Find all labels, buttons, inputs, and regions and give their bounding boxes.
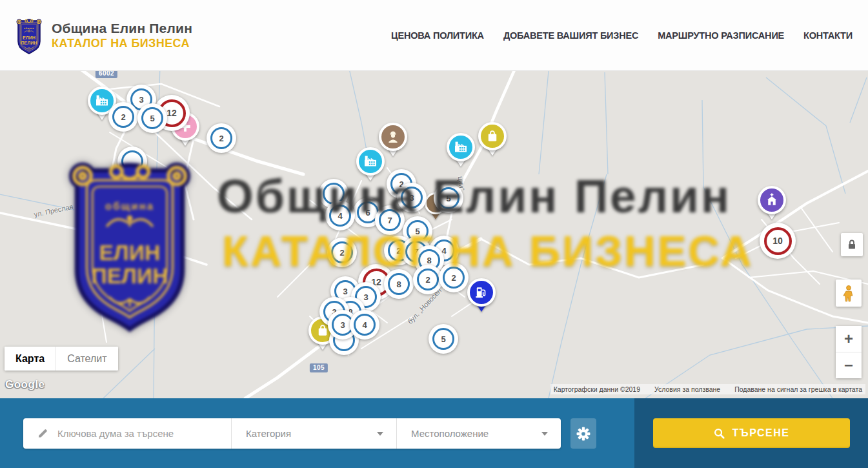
cluster-ring: 5 <box>438 187 459 209</box>
cluster-count: 2 <box>121 112 125 122</box>
cluster-ring: 3 <box>401 187 423 209</box>
pegman-icon <box>842 285 856 302</box>
map-cluster-marker[interactable]: 2 <box>207 123 236 153</box>
cluster-ring: 4 <box>354 314 376 336</box>
pin-fuel-marker[interactable] <box>467 278 496 307</box>
map-type-map-button[interactable]: Карта <box>5 347 56 371</box>
cluster-count: 4 <box>338 211 342 221</box>
cluster-count: 10 <box>772 236 783 246</box>
advanced-settings-button[interactable] <box>570 418 596 449</box>
gear-icon <box>576 427 590 441</box>
cluster-ring: 2 <box>331 241 353 263</box>
report-error-link[interactable]: Подаване на сигнал за грешка в картата <box>734 385 862 393</box>
cluster-count: 2 <box>451 273 456 283</box>
map-cluster-marker[interactable]: 5 <box>137 103 167 133</box>
search-button-panel: ТЪРСЕНЕ <box>634 398 868 468</box>
location-label: Местоположение <box>411 428 489 439</box>
zoom-control: + − <box>836 326 862 378</box>
pencil-icon <box>37 427 48 440</box>
site-logo[interactable]: община ЕЛИН ПЕЛИН Община Елин Пелин КАТА… <box>13 14 192 57</box>
factory-icon <box>356 147 385 176</box>
chevron-down-icon <box>377 432 383 436</box>
padlock-icon <box>845 238 858 251</box>
map-cluster-marker[interactable] <box>117 147 147 176</box>
map-cluster-marker[interactable]: 3 <box>397 183 427 212</box>
search-icon <box>713 427 725 440</box>
nav-item[interactable]: КОНТАКТИ <box>803 30 853 41</box>
cluster-ring: 10 <box>764 227 792 255</box>
cluster-count: 2 <box>339 248 344 258</box>
church-icon <box>758 186 786 214</box>
cluster-count: 3 <box>409 193 414 203</box>
map-cluster-marker[interactable]: 2 <box>439 263 469 292</box>
municipality-crest-logo: община ЕЛИН ПЕЛИН <box>13 14 45 57</box>
map-cluster-marker[interactable]: 2 <box>327 238 357 267</box>
cluster-count: 8 <box>396 280 401 289</box>
pin-factory-marker[interactable] <box>356 147 385 176</box>
map-cluster-marker[interactable]: 4 <box>325 201 355 230</box>
svg-text:ЕЛИН: ЕЛИН <box>23 36 35 40</box>
cluster-ring <box>121 150 143 172</box>
search-fields: Категория Местоположение <box>23 418 561 449</box>
keyword-field[interactable] <box>23 418 231 449</box>
cluster-count: 5 <box>446 194 450 203</box>
nav-item[interactable]: ЦЕНОВА ПОЛИТИКА <box>391 30 484 41</box>
cluster-ring: 2 <box>417 269 439 290</box>
cluster-ring: 5 <box>432 328 454 350</box>
cluster-count: 4 <box>362 320 367 330</box>
cluster-count: 2 <box>396 246 401 256</box>
cluster-ring: 2 <box>443 267 465 289</box>
chevron-down-icon <box>541 432 548 436</box>
cluster-count: 12 <box>167 108 177 118</box>
search-button-label: ТЪРСЕНЕ <box>732 427 790 439</box>
cluster-ring: 7 <box>379 209 401 231</box>
cluster-ring: 2 <box>112 106 134 128</box>
cluster-ring: 5 <box>141 107 163 129</box>
search-bar: Категория Местоположение ТЪРСЕНЕ <box>0 398 868 468</box>
cluster-count: 3 <box>340 320 345 330</box>
cluster-ring: 4 <box>329 205 351 227</box>
zoom-out-button[interactable]: − <box>836 352 862 378</box>
map-cluster-marker[interactable]: 2 <box>108 102 138 132</box>
cluster-count: 3 <box>343 287 347 296</box>
pin-church-marker[interactable] <box>758 186 786 214</box>
map-cluster-marker[interactable]: 5 <box>434 183 463 213</box>
site-header: община ЕЛИН ПЕЛИН Община Елин Пелин КАТА… <box>0 0 868 71</box>
bag-icon <box>478 122 507 150</box>
cluster-count: 5 <box>150 114 154 123</box>
category-label: Категория <box>246 428 291 439</box>
svg-text:община: община <box>24 26 34 29</box>
cluster-count: 6 <box>365 208 370 218</box>
google-logo[interactable]: Google <box>5 378 45 391</box>
nav-item[interactable]: ДОБАВЕТЕ ВАШИЯТ БИЗНЕС <box>503 30 638 41</box>
cluster-count: 5 <box>441 334 445 344</box>
map-cluster-marker[interactable]: 8 <box>384 269 414 299</box>
map-copyright: Картографски данни ©2019 <box>554 385 640 393</box>
nav-item[interactable]: МАРШРУТНО РАЗПИСАНИЕ <box>658 30 784 41</box>
map-cluster-marker[interactable]: 4 <box>350 310 379 340</box>
search-button[interactable]: ТЪРСЕНЕ <box>653 418 850 448</box>
cluster-ring: 2 <box>210 127 232 149</box>
category-dropdown[interactable]: Категория <box>231 418 396 449</box>
map-cluster-marker[interactable]: 7 <box>375 205 405 235</box>
map-cluster-marker[interactable]: 2 <box>413 265 443 294</box>
zoom-in-button[interactable]: + <box>836 326 862 352</box>
street-view-pegman-button[interactable] <box>836 280 862 307</box>
location-dropdown[interactable]: Местоположение <box>396 418 561 449</box>
cluster-count: 3 <box>363 292 368 302</box>
map-attribution: Картографски данни ©2019 Условия за полз… <box>550 384 865 394</box>
map-cluster-marker[interactable]: 10 <box>760 223 796 259</box>
cluster-count: 3 <box>139 95 143 105</box>
site-title: Община Елин Пелин <box>52 20 192 37</box>
terms-link[interactable]: Условия за ползване <box>654 385 720 393</box>
road-number-badge: 105 <box>310 363 328 372</box>
lock-button[interactable] <box>841 233 863 256</box>
google-map[interactable]: 12325223564752274812822338334510 община … <box>0 71 868 398</box>
keyword-input[interactable] <box>57 428 219 439</box>
pin-bag-marker[interactable] <box>478 122 507 150</box>
cluster-count: 7 <box>387 216 392 225</box>
pin-factory-marker[interactable] <box>447 133 475 161</box>
map-cluster-marker[interactable]: 5 <box>429 324 458 354</box>
fuel-icon <box>467 278 496 307</box>
map-type-satellite-button[interactable]: Сателит <box>56 347 117 371</box>
